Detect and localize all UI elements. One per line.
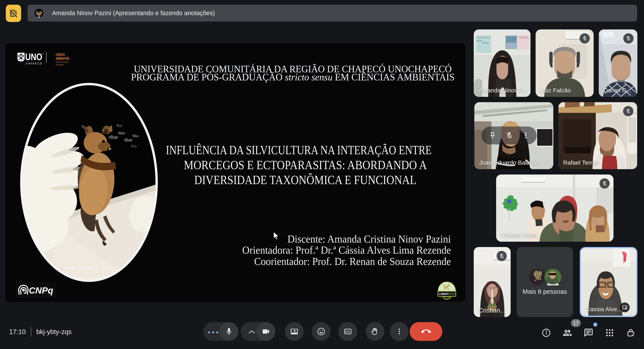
svg-text:LABENT-ECO: LABENT-ECO — [439, 292, 455, 296]
svg-text:CNPq: CNPq — [29, 286, 53, 296]
svg-text:AMBIENTAIS: AMBIENTAIS — [56, 57, 69, 60]
svg-text:Foto: William G. Borges: Foto: William G. Borges — [64, 264, 116, 270]
svg-text:C H A P E C Ó: C H A P E C Ó — [26, 62, 42, 65]
svg-text:CIÊNCIAS: CIÊNCIAS — [56, 53, 65, 56]
svg-text:CC: CC — [346, 330, 350, 334]
svg-text:mestrado e doutorado: mestrado e doutorado — [56, 60, 68, 63]
svg-text:Unochapecó: Unochapecó — [56, 63, 64, 66]
svg-text:UNO: UNO — [25, 52, 42, 62]
